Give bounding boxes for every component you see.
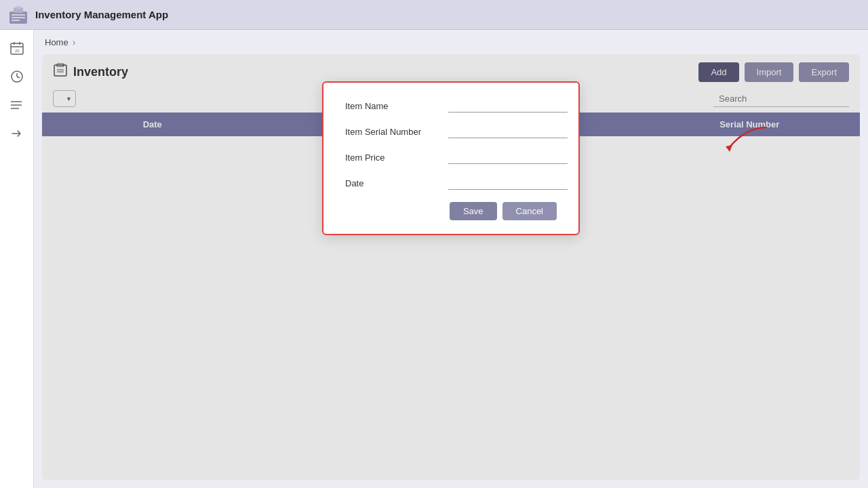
svg-rect-5 [16,6,21,9]
label-item-name: Item Name [345,101,440,111]
title-bar: Inventory Management App [0,0,868,30]
cancel-button[interactable]: Cancel [502,202,557,220]
svg-point-17 [11,101,12,102]
modal-overlay: Item Name Item Serial Number Item Price [42,54,860,480]
save-button[interactable]: Save [450,202,497,220]
svg-rect-3 [12,20,20,21]
breadcrumb: Home › [34,30,868,54]
sidebar-clock-icon[interactable] [4,64,30,89]
input-date[interactable] [448,176,568,190]
breadcrumb-home[interactable]: Home [45,37,68,47]
form-row-item-serial: Item Serial Number [345,125,557,138]
label-item-serial: Item Serial Number [345,127,440,137]
add-item-modal: Item Name Item Serial Number Item Price [322,81,580,235]
sidebar-list-icon[interactable] [4,92,30,118]
form-row-date: Date [345,176,557,190]
main-layout: 20 [0,30,868,488]
app-title: Inventory Management App [35,9,168,20]
svg-point-18 [11,104,12,106]
form-row-item-name: Item Name [345,99,557,113]
sidebar-arrow-icon[interactable] [4,121,30,146]
input-item-price[interactable] [448,150,568,164]
sidebar-calendar-icon[interactable]: 20 [4,35,30,61]
app-logo-icon [8,5,28,25]
svg-rect-1 [12,14,25,16]
svg-point-19 [11,108,12,109]
inventory-panel: Inventory Add Import Export D [42,54,860,480]
content-area: Home › Inventory [34,30,868,488]
sidebar: 20 [0,30,34,488]
form-row-item-price: Item Price [345,150,557,164]
label-date: Date [345,178,440,188]
modal-actions: Save Cancel [345,202,557,220]
svg-text:20: 20 [15,49,20,53]
label-item-price: Item Price [345,152,440,163]
svg-rect-2 [12,17,25,18]
breadcrumb-chevron: › [73,37,76,47]
input-item-name[interactable] [448,99,568,113]
svg-line-13 [17,77,20,78]
input-item-serial[interactable] [448,125,568,138]
